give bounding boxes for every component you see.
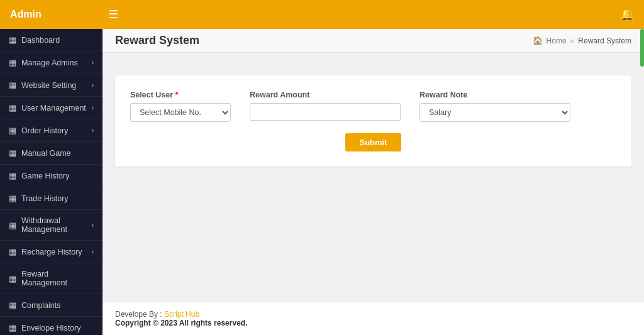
reward-amount-input[interactable] — [250, 103, 401, 121]
select-user-dropdown[interactable]: Select Mobile No. — [130, 103, 231, 122]
sidebar-icon-game-history: ▦ — [9, 171, 16, 180]
chevron-icon-order-history: › — [92, 127, 94, 134]
sidebar-icon-order-history: ▦ — [9, 126, 16, 135]
sidebar: ▦ Dashboard ▦ Manage Admins › ▦ Website … — [0, 29, 103, 335]
scroll-accent — [640, 29, 644, 67]
top-header: Admin ☰ 🔔 — [0, 0, 644, 29]
sidebar-icon-website-setting: ▦ — [9, 80, 16, 90]
sidebar-label-withdrawal-management: Withdrawal Management — [21, 216, 87, 234]
breadcrumb-bar: Reward System 🏠 Home » Reward System — [103, 29, 644, 53]
dev-link[interactable]: Script Hub — [164, 310, 199, 319]
submit-button[interactable]: Submit — [345, 133, 401, 151]
home-icon: 🏠 — [533, 36, 543, 45]
sidebar-icon-recharge-history: ▦ — [9, 247, 16, 256]
main-content: Reward System 🏠 Home » Reward System Sel… — [103, 29, 644, 335]
sidebar-label-manage-admins: Manage Admins — [21, 58, 78, 67]
form-card: Select User * Select Mobile No. Reward A… — [115, 75, 631, 167]
sidebar-label-manual-game: Manual Game — [21, 149, 71, 158]
sidebar-item-manual-game[interactable]: ▦ Manual Game — [0, 142, 103, 165]
footer: Develope By : Script Hub Copyright © 202… — [103, 302, 644, 335]
sidebar-icon-manual-game: ▦ — [9, 148, 16, 158]
sidebar-label-dashboard: Dashboard — [21, 36, 60, 45]
chevron-icon-user-management: › — [92, 104, 94, 111]
sidebar-label-website-setting: Website Setting — [21, 81, 76, 90]
sidebar-item-trade-history[interactable]: ▦ Trade History — [0, 187, 103, 210]
select-user-label: Select User * — [130, 91, 231, 99]
sidebar-item-envelope-history[interactable]: ▦ Envelope History — [0, 317, 103, 335]
reward-amount-label: Reward Amount — [250, 91, 401, 99]
brand-title: Admin — [10, 9, 98, 20]
footer-devline: Develope By : Script Hub — [115, 310, 631, 319]
reward-note-select[interactable]: SalaryBonusCommissionOther — [419, 103, 570, 122]
layout: ▦ Dashboard ▦ Manage Admins › ▦ Website … — [0, 29, 644, 335]
sidebar-item-complaints[interactable]: ▦ Complaints — [0, 294, 103, 317]
chevron-icon-withdrawal-management: › — [92, 222, 94, 229]
reward-note-group: Reward Note SalaryBonusCommissionOther — [419, 91, 570, 122]
sidebar-label-user-management: User Management — [21, 104, 86, 113]
sidebar-icon-manage-admins: ▦ — [9, 58, 16, 67]
sidebar-item-withdrawal-management[interactable]: ▦ Withdrawal Management › — [0, 210, 103, 241]
hamburger-icon[interactable]: ☰ — [108, 8, 118, 21]
breadcrumb-home[interactable]: Home — [547, 36, 567, 45]
form-row: Select User * Select Mobile No. Reward A… — [130, 91, 616, 122]
sidebar-label-complaints: Complaints — [21, 301, 61, 310]
breadcrumb-current: Reward System — [578, 36, 631, 45]
content-area: Select User * Select Mobile No. Reward A… — [103, 53, 644, 302]
sidebar-item-order-history[interactable]: ▦ Order History › — [0, 119, 103, 142]
sidebar-item-website-setting[interactable]: ▦ Website Setting › — [0, 74, 103, 97]
sidebar-icon-user-management: ▦ — [9, 103, 16, 113]
develope-by-text: Develope By : — [115, 310, 164, 319]
sidebar-label-order-history: Order History — [21, 126, 68, 135]
sidebar-item-recharge-history[interactable]: ▦ Recharge History › — [0, 241, 103, 263]
chevron-icon-manage-admins: › — [92, 59, 94, 66]
sidebar-item-game-history[interactable]: ▦ Game History — [0, 165, 103, 187]
bell-icon[interactable]: 🔔 — [620, 8, 634, 21]
sidebar-icon-trade-history: ▦ — [9, 194, 16, 203]
breadcrumb: 🏠 Home » Reward System — [533, 36, 631, 45]
submit-row: Submit — [130, 133, 616, 151]
sidebar-icon-dashboard: ▦ — [9, 35, 16, 45]
sidebar-item-reward-management[interactable]: ▦ Reward Management — [0, 263, 103, 294]
select-user-wrapper: Select Mobile No. — [130, 103, 231, 122]
page-title: Reward System — [115, 34, 199, 47]
select-user-group: Select User * Select Mobile No. — [130, 91, 231, 122]
sidebar-label-game-history: Game History — [21, 172, 69, 180]
sidebar-icon-envelope-history: ▦ — [9, 323, 16, 332]
breadcrumb-separator: » — [570, 36, 575, 45]
sidebar-label-reward-management: Reward Management — [21, 270, 94, 287]
sidebar-icon-reward-management: ▦ — [9, 274, 16, 283]
sidebar-item-user-management[interactable]: ▦ User Management › — [0, 97, 103, 119]
chevron-icon-website-setting: › — [92, 82, 94, 89]
reward-note-label: Reward Note — [419, 91, 570, 99]
sidebar-item-dashboard[interactable]: ▦ Dashboard — [0, 29, 103, 52]
sidebar-label-trade-history: Trade History — [21, 194, 69, 203]
copyright-text: Copyright © 2023 All rights reserved. — [115, 319, 631, 327]
sidebar-icon-withdrawal-management: ▦ — [9, 221, 16, 230]
sidebar-icon-complaints: ▦ — [9, 300, 16, 310]
sidebar-label-envelope-history: Envelope History — [21, 324, 81, 332]
sidebar-label-recharge-history: Recharge History — [21, 248, 82, 256]
chevron-icon-recharge-history: › — [92, 248, 94, 255]
sidebar-item-manage-admins[interactable]: ▦ Manage Admins › — [0, 52, 103, 74]
reward-amount-group: Reward Amount — [250, 91, 401, 121]
